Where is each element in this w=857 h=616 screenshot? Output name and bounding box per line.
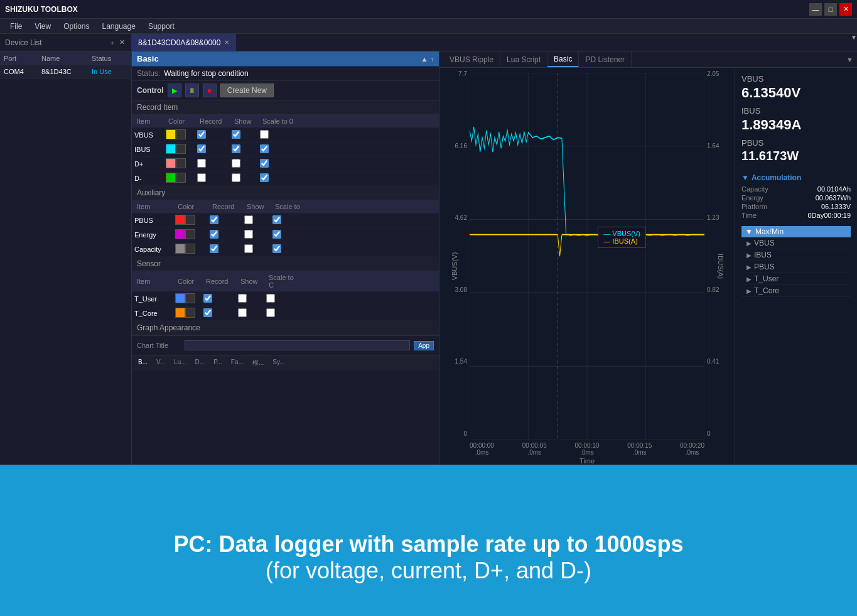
chart-title-apply-btn[interactable]: App: [414, 341, 434, 350]
menu-view[interactable]: View: [28, 19, 57, 33]
menu-support[interactable]: Support: [142, 19, 181, 33]
active-tab[interactable]: 8&1D43CD0A&08&0000 ✕: [132, 34, 236, 51]
tuser-color-swatch[interactable]: [175, 293, 185, 303]
menu-options[interactable]: Options: [57, 19, 95, 33]
maximize-button[interactable]: □: [824, 3, 837, 16]
app-container: Device List + ✕ 8&1D43CD0A&08&0000 ✕ ▼ P…: [0, 34, 857, 465]
pbus-scale-checkbox[interactable]: [272, 215, 281, 224]
acc-row-time: Time 0Day00:00:19: [741, 211, 851, 220]
tuser-record-checkbox[interactable]: [203, 294, 212, 303]
acc-capacity-value: 00.0104Ah: [817, 185, 851, 193]
dplus-show-checkbox[interactable]: [232, 159, 240, 168]
y-label-0-left: 0: [463, 430, 467, 437]
panel-expand-btn[interactable]: ▲: [421, 55, 428, 63]
tcore-show-checkbox[interactable]: [238, 308, 247, 317]
pbus-show-checkbox[interactable]: [244, 215, 253, 224]
tcore-record-checkbox[interactable]: [203, 308, 212, 317]
maxmin-ibus[interactable]: ▶ IBUS: [741, 249, 851, 261]
sidebar-col-status: Status: [88, 53, 132, 63]
pause-button[interactable]: ⏸: [185, 84, 199, 97]
vbus-color-dark[interactable]: [176, 129, 186, 139]
maxmin-vbus[interactable]: ▶ VBUS: [741, 237, 851, 249]
acc-row-capacity: Capacity 00.0104Ah: [741, 185, 851, 193]
chart-tab-basic[interactable]: Basic: [547, 51, 579, 67]
dminus-color-swatch[interactable]: [166, 173, 176, 183]
create-new-button[interactable]: Create New: [220, 84, 274, 97]
device-list-close-btn[interactable]: ✕: [118, 37, 126, 48]
x-label-20: 00:00:20 .0ms: [680, 442, 704, 456]
tab-expand-btn[interactable]: ▼: [851, 34, 857, 51]
chart-tab-vbus-ripple[interactable]: VBUS Ripple: [443, 51, 500, 67]
pbus-color-dark[interactable]: [185, 215, 195, 225]
bottom-tab-b[interactable]: B...: [134, 357, 151, 369]
ibus-scale-checkbox[interactable]: [260, 144, 269, 153]
capacity-scale-checkbox[interactable]: [272, 244, 281, 253]
minimize-button[interactable]: —: [809, 3, 822, 16]
tcore-color-swatch[interactable]: [175, 308, 185, 318]
maxmin-tcore[interactable]: ▶ T_Core: [741, 285, 851, 297]
tcore-scale-checkbox[interactable]: [266, 308, 275, 317]
dminus-color-dark[interactable]: [176, 173, 186, 183]
dplus-scale-checkbox[interactable]: [260, 159, 269, 168]
capacity-color-swatch[interactable]: [175, 244, 185, 254]
close-button[interactable]: ✕: [839, 3, 852, 16]
dminus-show-checkbox[interactable]: [232, 173, 240, 182]
maxmin-pbus[interactable]: ▶ PBUS: [741, 261, 851, 273]
maxmin-tuser[interactable]: ▶ T_User: [741, 273, 851, 285]
capacity-show-checkbox[interactable]: [244, 244, 253, 253]
bottom-tab-lu[interactable]: Lu...: [170, 357, 190, 369]
vbus-color-swatch[interactable]: [166, 129, 176, 139]
promo-text-1: PC: Data logger with sample rate up to 1…: [173, 531, 683, 558]
bottom-tab-d[interactable]: D...: [191, 357, 209, 369]
vbus-scale-checkbox[interactable]: [260, 130, 269, 139]
bottom-tab-mo[interactable]: 模...: [249, 357, 267, 369]
pbus-color-swatch[interactable]: [175, 215, 185, 225]
pbus-record-checkbox[interactable]: [210, 215, 218, 224]
bottom-tab-sy[interactable]: Sy...: [269, 357, 288, 369]
dplus-record-checkbox[interactable]: [197, 159, 206, 168]
chart-tab-pd-listener[interactable]: PD Listener: [579, 51, 632, 67]
tuser-show-checkbox[interactable]: [238, 294, 247, 303]
dminus-scale-checkbox[interactable]: [260, 173, 269, 182]
stop-button[interactable]: ■: [203, 84, 217, 97]
energy-record-checkbox[interactable]: [210, 230, 218, 239]
device-list-add-btn[interactable]: +: [109, 38, 116, 48]
chart-tab-expand-btn[interactable]: ▼: [846, 51, 853, 67]
energy-color-swatch[interactable]: [175, 229, 185, 239]
energy-color-dark[interactable]: [185, 229, 195, 239]
device-row[interactable]: COM4 8&1D43C In Use: [0, 65, 131, 78]
tab-close-btn[interactable]: ✕: [224, 39, 229, 46]
ibus-color-dark[interactable]: [176, 144, 186, 154]
tcore-color-dark[interactable]: [185, 308, 195, 318]
vbus-show-checkbox[interactable]: [232, 130, 240, 139]
capacity-color-dark[interactable]: [185, 244, 195, 254]
bottom-tab-fa[interactable]: Fa...: [227, 357, 247, 369]
maxmin-header[interactable]: ▼ Max/Min: [741, 226, 851, 237]
capacity-record-checkbox[interactable]: [210, 244, 218, 253]
bottom-tab-p[interactable]: P...: [210, 357, 226, 369]
menu-language[interactable]: Language: [96, 19, 142, 33]
dminus-record-checkbox[interactable]: [197, 173, 206, 182]
bottom-tab-v[interactable]: V...: [153, 357, 169, 369]
ibus-show-checkbox[interactable]: [232, 144, 240, 153]
energy-show-checkbox[interactable]: [244, 230, 253, 239]
aux-item-pbus: PBUS: [134, 217, 175, 224]
panel-scroll-up-btn[interactable]: ↑: [431, 55, 434, 63]
accumulation-collapse-icon[interactable]: ▼: [741, 173, 749, 182]
chart-tab-lua-script[interactable]: Lua Script: [500, 51, 547, 67]
record-table-header: Item Color Record Show Scale to 0: [132, 115, 439, 128]
chart-title-input[interactable]: [185, 340, 410, 350]
play-button[interactable]: ▶: [168, 84, 181, 97]
vbus-record-checkbox[interactable]: [197, 130, 206, 139]
ibus-record-checkbox[interactable]: [197, 144, 206, 153]
dplus-color-swatch[interactable]: [166, 158, 176, 168]
panel-scroll[interactable]: Status: Waiting for stop condition Contr…: [132, 67, 439, 355]
energy-scale-checkbox[interactable]: [272, 230, 281, 239]
tuser-scale-checkbox[interactable]: [266, 294, 275, 303]
tuser-color-dark[interactable]: [185, 293, 195, 303]
dplus-color-dark[interactable]: [176, 158, 186, 168]
menu-file[interactable]: File: [4, 19, 28, 33]
aux-col-show: Show: [244, 202, 272, 212]
ibus-color-swatch[interactable]: [166, 144, 176, 154]
active-tab-label: 8&1D43CD0A&08&0000: [138, 38, 220, 47]
